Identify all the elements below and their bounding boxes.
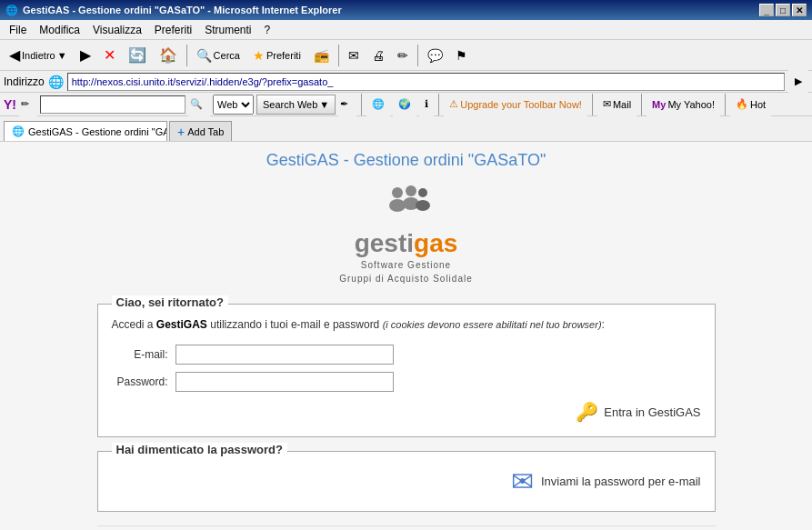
flag-icon: ⚑	[456, 48, 467, 63]
maximize-button[interactable]: □	[776, 4, 790, 16]
logo-orange-text: gas	[414, 229, 457, 258]
envelope-icon: ✉	[511, 465, 534, 497]
my-yahoo-button[interactable]: My My Yahoo!	[647, 93, 720, 116]
my-yahoo-icon: My	[652, 99, 666, 110]
minimize-button[interactable]: _	[759, 4, 774, 16]
edit-icon: ✏	[397, 48, 408, 63]
send-password-button[interactable]: Inviami la password per e-mail	[541, 475, 701, 488]
logo-subtitle-line1: Software Gestione	[339, 258, 473, 272]
yahoo-globe-button[interactable]: 🌍	[393, 93, 416, 116]
home-button[interactable]: 🏠	[154, 44, 183, 67]
yahoo-separator-4	[641, 94, 642, 115]
hot-label: Hot	[750, 99, 766, 110]
add-icon: +	[177, 125, 185, 139]
login-submit-label: Entra in GestiGAS	[604, 405, 700, 419]
svg-point-2	[406, 185, 416, 196]
tab-label: GestiGAS - Gestione ordini "GAS...	[28, 126, 167, 137]
windows-messenger-button[interactable]: 💬	[422, 44, 448, 67]
menu-file[interactable]: File	[4, 22, 32, 38]
login-description: Accedi a GestiGAS utilizzando i tuoi e-m…	[112, 318, 701, 331]
password-legend: Hai dimenticato la password?	[112, 443, 288, 456]
yahoo-separator-1	[361, 94, 362, 115]
desc-brand: GestiGAS	[156, 318, 207, 331]
close-button[interactable]: ✕	[792, 4, 807, 16]
back-button[interactable]: ◀ Indietro ▼	[4, 44, 73, 67]
page-title: GestiGAS - Gestione ordini "GASaTO"	[266, 151, 546, 170]
login-actions: 🔑 Entra in GestiGAS	[112, 401, 701, 423]
home-icon: 🏠	[159, 46, 177, 64]
print-button[interactable]: 🖨	[366, 44, 390, 67]
desc-note: (i cookies devono essere abilitati nel t…	[383, 319, 602, 330]
refresh-button[interactable]: 🔄	[123, 44, 152, 67]
page-content: GestiGAS - Gestione ordini "GASaTO" gest…	[0, 142, 812, 530]
mail-toolbar-button[interactable]: ✉	[343, 44, 365, 67]
password-input[interactable]	[175, 372, 394, 392]
svg-point-4	[418, 188, 427, 197]
current-tab[interactable]: 🌐 GestiGAS - Gestione ordini "GAS...	[4, 121, 167, 141]
media-button[interactable]: 📻	[308, 44, 335, 67]
back-arrow-icon: ▼	[57, 50, 67, 61]
hot-button[interactable]: 🔥 Hot	[730, 93, 771, 116]
address-label: Indirizzo	[4, 75, 45, 88]
logo-text: gesti gas	[355, 229, 458, 258]
add-tab-button[interactable]: + Add Tab	[169, 121, 232, 141]
search-button[interactable]: 🔍 Cerca	[191, 44, 246, 67]
mail-yahoo-button[interactable]: ✉ Mail	[597, 93, 637, 116]
login-form-section: Ciao, sei ritornato? Accedi a GestiGAS u…	[97, 304, 716, 437]
media-icon: 📻	[314, 48, 329, 63]
forward-button[interactable]: ▶	[75, 44, 96, 67]
separator-1	[186, 45, 187, 66]
login-submit-button[interactable]: 🔑 Entra in GestiGAS	[576, 401, 700, 423]
logo-subtitle: Software Gestione Gruppi di Acquisto Sol…	[339, 258, 473, 285]
address-input[interactable]	[67, 73, 785, 91]
yahoo-separator-2	[438, 94, 439, 115]
highlight-button[interactable]: ✒	[338, 93, 356, 116]
yahoo-logo: Y!	[4, 97, 16, 112]
back-label: Indietro	[22, 50, 55, 61]
separator-3	[417, 45, 418, 66]
menu-help[interactable]: ?	[259, 22, 276, 38]
logo-subtitle-line2: Gruppi di Acquisto Solidale	[339, 272, 473, 285]
go-button[interactable]: ▶	[788, 70, 808, 94]
windows-update-button[interactable]: ⚑	[450, 44, 473, 67]
back-icon: ◀	[9, 46, 20, 64]
mail-yahoo-label: Mail	[613, 99, 631, 110]
search-label: Cerca	[214, 50, 240, 61]
forward-icon: ▶	[80, 46, 91, 64]
yahoo-separator-3	[592, 94, 593, 115]
password-label: Password:	[112, 375, 175, 388]
yahoo-info-button[interactable]: ℹ	[419, 93, 434, 116]
yahoo-pencil-button[interactable]: ✏	[19, 93, 37, 116]
yahoo-search-input[interactable]	[40, 95, 185, 114]
menu-modifica[interactable]: Modifica	[34, 22, 85, 38]
menu-preferiti[interactable]: Preferiti	[149, 22, 197, 38]
email-input[interactable]	[175, 345, 394, 365]
yahoo-search-icon-btn[interactable]: 🔍	[188, 93, 210, 116]
stop-button[interactable]: ✕	[98, 44, 121, 67]
key-icon: 🔑	[576, 401, 598, 423]
address-bar: Indirizzo 🌐 ▶	[0, 71, 812, 93]
tab-icon: 🌐	[12, 125, 25, 137]
send-password-label: Inviami la password per e-mail	[541, 475, 701, 488]
svg-point-1	[389, 199, 406, 212]
yahoo-search-dropdown[interactable]: Web	[213, 95, 254, 115]
title-bar: 🌐 GestiGAS - Gestione ordini "GASaTO" - …	[0, 0, 812, 20]
popup-button[interactable]: 🌐	[366, 93, 390, 116]
desc-mid: utilizzando i tuoi e-mail e password	[207, 318, 383, 331]
desc-pre: Accedi a	[112, 318, 156, 331]
desc-post: :	[602, 318, 605, 331]
print-icon: 🖨	[372, 48, 385, 63]
logo-area: gesti gas Software Gestione Gruppi di Ac…	[339, 184, 473, 285]
menu-strumenti[interactable]: Strumenti	[199, 22, 256, 38]
password-form-section: Hai dimenticato la password? ✉ Inviami l…	[97, 451, 716, 512]
upgrade-button[interactable]: ⚠ Upgrade your Toolbar Now!	[444, 93, 587, 116]
search-web-arrow-icon: ▼	[319, 99, 329, 110]
menu-visualizza[interactable]: Visualizza	[87, 22, 147, 38]
edit-button[interactable]: ✏	[392, 44, 414, 67]
upgrade-label: Upgrade your Toolbar Now!	[460, 99, 582, 110]
yahoo-separator-5	[725, 94, 726, 115]
search-web-button[interactable]: Search Web ▼	[256, 95, 336, 115]
favorites-button[interactable]: ★ Preferiti	[247, 44, 306, 67]
toolbar: ◀ Indietro ▼ ▶ ✕ 🔄 🏠 🔍 Cerca ★ Preferiti…	[0, 40, 812, 71]
tabs-bar: 🌐 GestiGAS - Gestione ordini "GAS... + A…	[0, 116, 812, 142]
